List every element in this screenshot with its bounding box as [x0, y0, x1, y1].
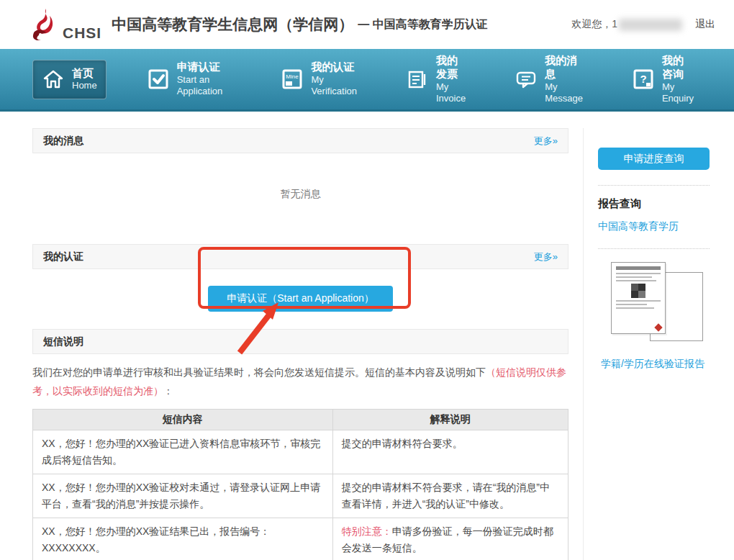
nav-label-en: Start an Application: [177, 74, 232, 98]
nav-label-en: My Invoice: [436, 81, 466, 105]
nav-label-cn: 首页: [72, 67, 97, 81]
empty-messages-text: 暂无消息: [32, 153, 568, 244]
nav-item-my-enquiry[interactable]: ? 我的咨询 My Enquiry: [623, 48, 702, 111]
site-title: 中国高等教育学生信息网（学信网）: [112, 14, 353, 35]
welcome-text: 欢迎您，1: [571, 18, 617, 31]
sms-intro-tail: ：: [163, 385, 173, 397]
nav-item-my-invoice[interactable]: 我的发票 My Invoice: [397, 48, 474, 111]
nav-label-cn: 申请认证: [177, 60, 232, 74]
section-header-my-verification: 我的认证 更多»: [32, 244, 568, 269]
mine-badge-icon: Mine: [281, 68, 304, 91]
application-progress-button[interactable]: 申请进度查询: [598, 148, 710, 170]
qr-code-icon: [631, 284, 645, 298]
report-page-front: [611, 262, 666, 334]
more-verification-link[interactable]: 更多»: [534, 250, 558, 263]
username-redacted: [619, 19, 682, 31]
red-seal-icon: [654, 323, 662, 331]
nav-label-cn: 我的认证: [311, 60, 357, 74]
nav-item-my-verification[interactable]: Mine 我的认证 My Verification: [272, 54, 366, 104]
apply-check-icon: [147, 68, 170, 91]
section-title: 短信说明: [43, 335, 83, 348]
report-query-title: 报告查询: [598, 197, 710, 211]
report-sample-image[interactable]: [605, 262, 713, 347]
nav-item-home[interactable]: 首页 Home: [32, 60, 107, 99]
explanation-cell: 提交的申请材料不符合要求，请在“我的消息”中查看详情，并进入“我的认证”中修改。: [332, 474, 568, 518]
sms-content-cell: XX，您好！您办理的XX验证校对未通过，请登录认证网上申请平台，查看“我的消息”…: [33, 474, 333, 518]
main-nav: 首页 Home 申请认证 Start an Application Mine 我…: [0, 49, 734, 112]
sms-content-cell: XX，您好！您办理的XX验证结果已出，报告编号：XXXXXXXX。: [33, 518, 333, 560]
divider: [598, 185, 710, 186]
site-subtitle: — 中国高等教育学历认证: [358, 17, 487, 32]
nav-label-cn: 我的消息: [545, 54, 583, 81]
section-title: 我的消息: [43, 135, 83, 148]
explanation-highlight: 特别注意：: [342, 525, 392, 537]
svg-text:?: ?: [640, 73, 646, 85]
nav-label-en: My Verification: [311, 74, 357, 98]
section-header-sms: 短信说明: [32, 329, 568, 354]
right-sidebar: 申请进度查询 报告查询 中国高等教育学历 学籍/学历在线验: [583, 128, 710, 560]
nav-label-en: Home: [72, 80, 97, 91]
higher-education-report-link[interactable]: 中国高等教育学历: [598, 220, 679, 233]
table-header-row: 短信内容 解释说明: [33, 410, 568, 430]
section-title: 我的认证: [43, 250, 83, 263]
sms-table: 短信内容 解释说明 XX，您好！您办理的XX验证已进入资料信息审核环节，审核完成…: [32, 409, 568, 560]
more-messages-link[interactable]: 更多»: [534, 135, 558, 148]
section-header-my-messages: 我的消息 更多»: [32, 128, 568, 153]
online-verification-report-link[interactable]: 学籍/学历在线验证报告: [601, 358, 704, 371]
nav-label-en: My Message: [545, 81, 583, 105]
logout-link[interactable]: 退出: [695, 18, 715, 31]
explanation-cell: 提交的申请材料符合要求。: [332, 430, 568, 474]
nav-item-apply[interactable]: 申请认证 Start an Application: [138, 54, 241, 104]
logo-text: CHSI: [63, 24, 101, 42]
message-bubble-icon: [515, 68, 538, 91]
nav-label-en: My Enquiry: [662, 81, 694, 105]
nav-label-cn: 我的发票: [436, 54, 466, 81]
chsi-logo: CHSI: [29, 7, 101, 42]
divider: [598, 248, 710, 249]
column-header-sms-content: 短信内容: [33, 410, 333, 430]
explanation-text: 提交的申请材料符合要求。: [342, 438, 463, 449]
start-application-button[interactable]: 申请认证（Start an Application）: [208, 286, 393, 312]
table-row: XX，您好！您办理的XX验证已进入资料信息审核环节，审核完成后将短信告知。 提交…: [33, 430, 568, 474]
nav-item-my-message[interactable]: 我的消息 My Message: [506, 48, 592, 111]
sms-content-cell: XX，您好！您办理的XX验证已进入资料信息审核环节，审核完成后将短信告知。: [33, 430, 333, 474]
table-row: XX，您好！您办理的XX验证校对未通过，请登录认证网上申请平台，查看“我的消息”…: [33, 474, 568, 518]
question-icon: ?: [632, 68, 655, 91]
nav-label-cn: 我的咨询: [662, 54, 694, 81]
column-header-explanation: 解释说明: [332, 410, 568, 430]
main-column: 我的消息 更多» 暂无消息 我的认证 更多» 申请认证（Start an App…: [32, 128, 568, 560]
sms-intro-normal: 我们在对您的申请单进行审核和出具验证结果时，将会向您发送短信提示。短信的基本内容…: [32, 366, 486, 378]
sms-intro-paragraph: 我们在对您的申请单进行审核和出具验证结果时，将会向您发送短信提示。短信的基本内容…: [32, 354, 568, 409]
explanation-cell: 特别注意：申请多份验证，每一份验证完成时都会发送一条短信。: [332, 518, 568, 560]
explanation-text: 提交的申请材料不符合要求，请在“我的消息”中查看详情，并进入“我的认证”中修改。: [342, 482, 550, 510]
chsi-flame-icon: [29, 7, 60, 42]
top-header: CHSI 中国高等教育学生信息网（学信网） — 中国高等教育学历认证 欢迎您，1…: [0, 0, 734, 49]
table-row: XX，您好！您办理的XX验证结果已出，报告编号：XXXXXXXX。 特别注意：申…: [33, 518, 568, 560]
home-icon: [42, 68, 65, 91]
svg-text:Mine: Mine: [286, 73, 299, 80]
invoice-icon: [406, 68, 429, 91]
